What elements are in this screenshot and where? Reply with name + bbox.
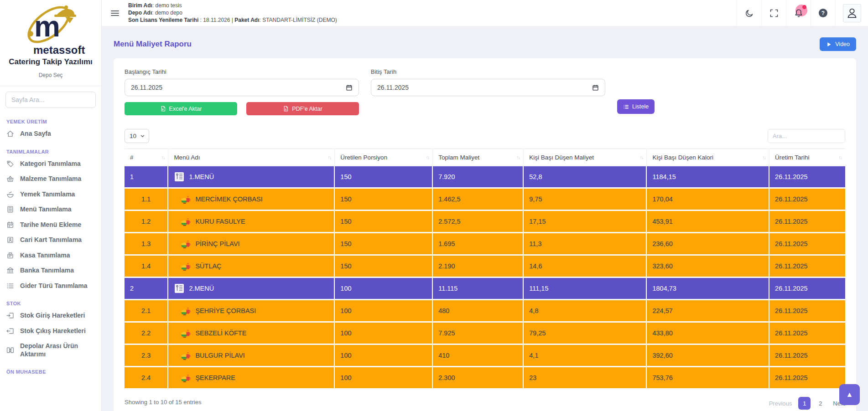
video-button[interactable]: Video <box>820 37 856 51</box>
bowl-icon <box>6 190 14 198</box>
kisi-maliyet-value: 23 <box>524 367 647 390</box>
table-row[interactable]: 2.4 ŞEKERPARE 100 2.300 23 753,76 26.11.… <box>125 367 845 390</box>
sidebar-entry[interactable]: Gider Türü Tanımlama <box>0 278 101 294</box>
toplam-maliyet-value: 7.925 <box>433 323 524 345</box>
table-row[interactable]: 2.1 ŞEHRİYE ÇORBASI 100 480 4,8 224,57 2… <box>125 300 845 323</box>
sidebar-entry[interactable]: Malzeme Tanımlama <box>0 171 101 187</box>
sidebar-search-input[interactable] <box>5 92 96 108</box>
paket-label: Paket Adı <box>234 17 259 23</box>
page-size-select[interactable]: 10 <box>125 129 149 143</box>
avatar <box>843 4 861 22</box>
porsiyon-value: 150 <box>335 189 433 211</box>
hamburger-menu-icon[interactable] <box>102 0 128 26</box>
table-row[interactable]: 1.1 MERCİMEK ÇORBASI 150 1.462,5 9,75 17… <box>125 189 845 211</box>
uretim-tarihi-value: 26.11.2025 <box>769 323 845 345</box>
kisi-maliyet-value: 17,15 <box>524 211 647 233</box>
menu-name: SÜTLAÇ <box>195 262 221 270</box>
porsiyon-value: 150 <box>335 233 433 256</box>
kalori-value: 170,04 <box>647 189 769 211</box>
end-date-label: Bitiş Tarih <box>371 68 605 75</box>
table-row[interactable]: 1.3 PİRİNÇ PİLAVI 150 1.695 11,3 236,60 … <box>125 233 845 256</box>
column-header[interactable]: Toplam Maliyet ↑↓ <box>433 149 524 166</box>
table-row[interactable]: 2.3 BULGUR PİLAVI 100 410 4,1 392,60 26.… <box>125 345 845 367</box>
sidebar-entry[interactable]: Tarihe Menü Ekleme <box>0 217 101 233</box>
table-row[interactable]: 2.2 SEBZELİ KÖFTE 100 7.925 79,25 433,80… <box>125 323 845 345</box>
sidebar-entry-label: Ana Sayfa <box>20 130 51 138</box>
kalori-value: 1804,73 <box>647 278 769 300</box>
end-date-input[interactable]: 26.11.2025 <box>371 79 605 96</box>
sidebar-entry-label: Depolar Arası Ürün Aktarımı <box>20 342 95 358</box>
page-number-button[interactable]: 2 <box>814 397 826 410</box>
meal-icon <box>180 261 191 271</box>
page-number-button[interactable]: 1 <box>798 397 811 410</box>
sidebar-entry[interactable]: Depolar Arası Ürün Aktarımı <box>0 339 101 362</box>
column-header[interactable]: Kişi Başı Düşen Kalori ↑↓ <box>647 149 769 166</box>
sidebar-entry[interactable]: Ana Sayfa <box>0 126 101 142</box>
bell-icon[interactable] <box>786 0 811 26</box>
column-header[interactable]: Kişi Başı Düşen Maliyet ↑↓ <box>524 149 647 166</box>
row-number: 2.2 <box>125 323 168 345</box>
sidebar-entry-label: Menü Tanımlama <box>20 206 72 214</box>
sidebar-entry[interactable]: Yemek Tanımlama <box>0 187 101 202</box>
topbar-actions: ? <box>737 0 868 26</box>
kalori-value: 1184,15 <box>647 166 769 189</box>
column-header[interactable]: Menü Adı ↑↓ <box>168 149 335 166</box>
page-buttons: 1 2 <box>798 397 826 410</box>
meal-icon <box>180 373 191 383</box>
kisi-maliyet-value: 11,3 <box>524 233 647 256</box>
excel-export-button[interactable]: Excel'e Aktar <box>125 102 237 115</box>
start-date-input[interactable]: 26.11.2025 <box>125 79 359 96</box>
depo-label: Depo Adı <box>128 10 152 16</box>
sort-icon: ↑↓ <box>762 154 765 160</box>
sidebar-entry[interactable]: Stok Giriş Hareketleri <box>0 308 101 324</box>
porsiyon-value: 100 <box>335 300 433 323</box>
menu-row-icon <box>174 172 185 182</box>
sidebar-entry[interactable]: Kategori Tanımlama <box>0 156 101 172</box>
transfer-icon <box>6 346 14 354</box>
moon-icon[interactable] <box>737 0 761 26</box>
toplam-maliyet-value: 1.695 <box>433 233 524 256</box>
id-card-icon <box>6 236 14 244</box>
table-row[interactable]: 1.4 SÜTLAÇ 150 2.190 14,6 323,60 26.11.2… <box>125 256 845 278</box>
fullscreen-icon[interactable] <box>761 0 786 26</box>
help-icon[interactable]: ? <box>811 0 835 26</box>
column-header[interactable]: Üretilen Porsiyon ↑↓ <box>335 149 433 166</box>
table-search-input[interactable] <box>768 129 845 143</box>
depo-select[interactable]: Depo Seç <box>0 72 101 86</box>
sidebar-entry[interactable]: Banka Tanımlama <box>0 263 101 278</box>
uretim-tarihi-value: 26.11.2025 <box>769 189 845 211</box>
calendar-icon <box>592 84 599 91</box>
sidebar-entry[interactable]: Menü Tanımlama <box>0 202 101 217</box>
uretim-tarihi-value: 26.11.2025 <box>769 256 845 278</box>
list-icon <box>623 104 629 110</box>
sidebar-entry[interactable]: Kasa Tanımlama <box>0 248 101 263</box>
porsiyon-value: 100 <box>335 323 433 345</box>
table-row[interactable]: 1.2 KURU FASULYE 150 2.572,5 17,15 453,9… <box>125 211 845 233</box>
toplam-maliyet-value: 1.462,5 <box>433 189 524 211</box>
column-header[interactable]: # ↑↓ <box>125 149 168 166</box>
user-icon[interactable] <box>835 0 868 26</box>
kalori-value: 753,76 <box>647 367 769 390</box>
column-header[interactable]: Üretim Tarihi ↑↓ <box>769 149 845 166</box>
menu-name: ŞEKERPARE <box>195 374 235 381</box>
report-card: Başlangıç Tarihi 26.11.2025 Excel'e Akta <box>114 58 856 411</box>
menu-name: BULGUR PİLAVI <box>195 352 245 359</box>
table-row[interactable]: 2 2.MENÜ 100 11.115 111,15 1804,73 26.11… <box>125 278 845 300</box>
pdf-export-button[interactable]: PDF'e Aktar <box>246 102 359 115</box>
report-table: # ↑↓ Menü Adı ↑↓ Üretilen Porsiyon <box>125 149 845 390</box>
table-row[interactable]: 1 1.MENÜ 150 7.920 52,8 1184,15 26.11.20… <box>125 166 845 189</box>
sidebar-entry: YEMEK ÜRETİM <box>6 119 95 124</box>
birim-label: Birim Adı <box>128 2 152 9</box>
sidebar-entry[interactable]: Cari Kart Tanımlama <box>0 232 101 248</box>
sidebar-entry-label: Banka Tanımlama <box>20 267 74 275</box>
previous-page-button[interactable]: Previous <box>769 400 792 407</box>
sidebar-entry[interactable]: Stok Çıkış Hareketleri <box>0 324 101 339</box>
sidebar-entry-label: Yemek Tanımlama <box>20 190 75 199</box>
listele-button[interactable]: Listele <box>617 99 655 114</box>
meal-icon <box>180 328 191 338</box>
sidebar-entry-label: ÖN MUHASEBE <box>6 369 46 375</box>
svg-text:metassoft: metassoft <box>33 44 85 56</box>
scroll-top-button[interactable]: ▲ <box>839 384 860 405</box>
pagination: Previous 1 2 Next <box>769 397 845 410</box>
sort-icon: ↑↓ <box>838 154 842 160</box>
